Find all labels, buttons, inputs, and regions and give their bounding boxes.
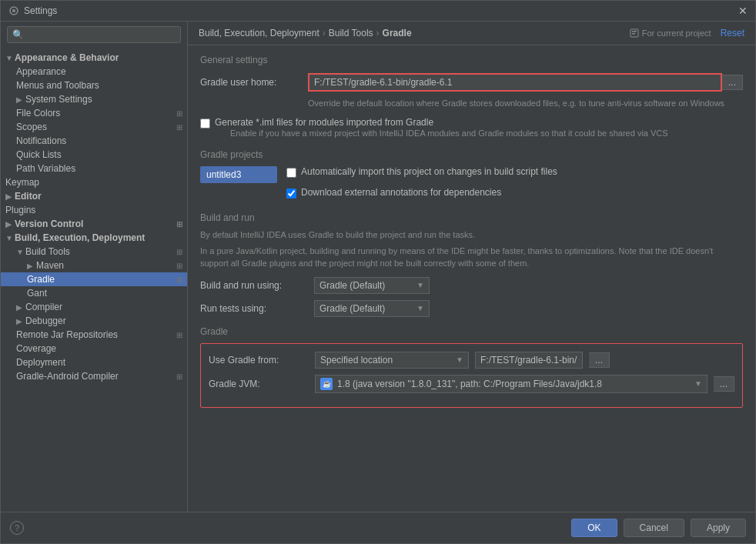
search-input[interactable] bbox=[7, 26, 181, 43]
project-item[interactable]: untitled3 bbox=[200, 166, 277, 183]
badge-icon: ⊞ bbox=[176, 123, 182, 132]
use-gradle-from-dropdown[interactable]: Specified location ▼ bbox=[315, 352, 469, 369]
arrow-icon bbox=[16, 317, 25, 325]
build-run-desc2: In a pure Java/Kotlin project, building … bbox=[200, 245, 743, 269]
projects-section: untitled3 Automatically import this proj… bbox=[200, 166, 743, 203]
cancel-button[interactable]: Cancel bbox=[624, 519, 684, 537]
breadcrumb-current: Gradle bbox=[383, 28, 412, 38]
panel-body: General settings Gradle user home: ... O… bbox=[188, 45, 755, 512]
arrow-icon bbox=[5, 234, 15, 242]
gradle-jvm-dropdown[interactable]: ☕ 1.8 (java version "1.8.0_131", path: C… bbox=[315, 375, 707, 393]
sidebar-item-menus-toolbars[interactable]: Menus and Toolbars bbox=[1, 78, 187, 92]
sidebar-item-gradle[interactable]: Gradle ⊞ bbox=[1, 272, 187, 286]
sidebar-item-notifications[interactable]: Notifications bbox=[1, 134, 187, 148]
use-gradle-from-label: Use Gradle from: bbox=[209, 355, 309, 365]
gradle-path-input[interactable] bbox=[475, 352, 583, 369]
apply-button[interactable]: Apply bbox=[691, 519, 746, 537]
close-button[interactable]: ✕ bbox=[738, 5, 748, 16]
settings-window-icon bbox=[8, 5, 19, 16]
download-annotations-checkbox[interactable] bbox=[286, 189, 296, 199]
auto-import-checkbox[interactable] bbox=[286, 168, 296, 178]
help-button[interactable]: ? bbox=[10, 521, 24, 535]
sidebar-item-label: Version Control bbox=[15, 219, 83, 229]
badge-icon: ⊞ bbox=[176, 109, 182, 118]
breadcrumb-part-1: Build, Execution, Deployment bbox=[199, 28, 319, 38]
sidebar-item-system-settings[interactable]: System Settings bbox=[1, 92, 187, 106]
run-tests-dropdown[interactable]: Gradle (Default) ▼ bbox=[314, 300, 430, 317]
sidebar-item-quick-lists[interactable]: Quick Lists bbox=[1, 148, 187, 162]
arrow-icon bbox=[5, 54, 15, 62]
breadcrumb-part-2: Build Tools bbox=[329, 28, 373, 38]
sidebar-item-maven[interactable]: Maven ⊞ bbox=[1, 259, 187, 272]
sidebar-item-label: Plugins bbox=[5, 205, 35, 215]
generate-iml-row: Generate *.iml files for modules importe… bbox=[200, 117, 743, 139]
browse-button[interactable]: ... bbox=[722, 75, 743, 90]
sidebar-item-gant[interactable]: Gant bbox=[1, 286, 187, 300]
badge-icon: ⊞ bbox=[176, 275, 182, 284]
sidebar-item-scopes[interactable]: Scopes ⊞ bbox=[1, 120, 187, 134]
badge-icon: ⊞ bbox=[176, 331, 182, 339]
sidebar-item-debugger[interactable]: Debugger bbox=[1, 314, 187, 328]
dropdown-arrow-icon: ▼ bbox=[416, 304, 424, 312]
sidebar-item-label: Editor bbox=[15, 191, 42, 202]
sidebar-item-appearance[interactable]: Appearance bbox=[1, 65, 187, 78]
sidebar-item-label: Maven bbox=[36, 260, 64, 271]
sidebar-item-label: Keymap bbox=[5, 177, 39, 188]
sidebar-item-build-execution-deployment[interactable]: Build, Execution, Deployment bbox=[1, 231, 187, 245]
settings-window: Settings ✕ Appearance & Behavior Appeara… bbox=[0, 0, 756, 544]
sidebar-item-coverage[interactable]: Coverage bbox=[1, 342, 187, 355]
sidebar-item-deployment[interactable]: Deployment bbox=[1, 355, 187, 369]
arrow-icon bbox=[16, 248, 25, 256]
title-bar: Settings ✕ bbox=[1, 1, 755, 22]
gradle-user-home-row: Gradle user home: ... bbox=[200, 73, 743, 92]
breadcrumb-right: For current project Reset bbox=[630, 28, 744, 38]
reset-button[interactable]: Reset bbox=[721, 28, 744, 38]
gradle-user-home-label: Gradle user home: bbox=[200, 77, 308, 88]
sidebar-item-remote-jar-repos[interactable]: Remote Jar Repositories ⊞ bbox=[1, 328, 187, 342]
main-panel: Build, Execution, Deployment › Build Too… bbox=[188, 22, 755, 512]
build-run-using-row: Build and run using: Gradle (Default) ▼ bbox=[200, 277, 743, 294]
gradle-user-home-input[interactable] bbox=[308, 73, 722, 92]
build-run-using-dropdown[interactable]: Gradle (Default) ▼ bbox=[314, 277, 430, 294]
gradle-path-browse-button[interactable]: ... bbox=[589, 352, 610, 368]
run-tests-value: Gradle (Default) bbox=[319, 303, 385, 314]
ok-button[interactable]: OK bbox=[571, 519, 617, 537]
sidebar-item-label: Gradle bbox=[27, 274, 55, 285]
sidebar-item-gradle-android-compiler[interactable]: Gradle-Android Compiler ⊞ bbox=[1, 369, 187, 383]
sidebar-item-label: Appearance bbox=[16, 66, 66, 77]
projects-options: Automatically import this project on cha… bbox=[286, 166, 743, 203]
run-tests-label: Run tests using: bbox=[200, 303, 308, 314]
sidebar-item-label: Gradle-Android Compiler bbox=[16, 371, 119, 382]
sidebar-item-compiler[interactable]: Compiler bbox=[1, 300, 187, 314]
generate-iml-checkbox[interactable] bbox=[200, 118, 210, 128]
gradle-user-home-help: Override the default location where Grad… bbox=[308, 98, 743, 109]
gradle-jvm-label: Gradle JVM: bbox=[209, 379, 309, 389]
sidebar-item-appearance-behavior[interactable]: Appearance & Behavior bbox=[1, 51, 187, 65]
sidebar-item-version-control[interactable]: Version Control ⊞ bbox=[1, 217, 187, 231]
sidebar-item-label: Appearance & Behavior bbox=[15, 52, 119, 63]
bottom-bar: ? OK Cancel Apply bbox=[1, 512, 755, 543]
sidebar-item-file-colors[interactable]: File Colors ⊞ bbox=[1, 106, 187, 120]
projects-list: untitled3 bbox=[200, 166, 277, 203]
svg-point-1 bbox=[12, 9, 15, 12]
gradle-jvm-browse-button[interactable]: ... bbox=[714, 376, 734, 392]
sidebar-item-path-variables[interactable]: Path Variables bbox=[1, 162, 187, 175]
sidebar-item-label: Debugger bbox=[25, 315, 66, 326]
sidebar-item-label: Deployment bbox=[16, 357, 65, 368]
generate-iml-label: Generate *.iml files for modules importe… bbox=[215, 117, 668, 128]
dropdown-arrow-icon: ▼ bbox=[456, 355, 463, 364]
badge-icon: ⊞ bbox=[176, 262, 182, 270]
run-tests-row: Run tests using: Gradle (Default) ▼ bbox=[200, 300, 743, 317]
gradle-box: Use Gradle from: Specified location ▼ ..… bbox=[200, 343, 743, 408]
sidebar-item-label: File Colors bbox=[16, 108, 60, 118]
sidebar-item-editor[interactable]: Editor bbox=[1, 189, 187, 203]
sidebar-item-keymap[interactable]: Keymap bbox=[1, 175, 187, 189]
svg-rect-3 bbox=[632, 31, 637, 32]
sidebar-item-plugins[interactable]: Plugins bbox=[1, 203, 187, 217]
use-gradle-from-row: Use Gradle from: Specified location ▼ ..… bbox=[209, 352, 734, 369]
build-run-section: Build and run By default IntelliJ IDEA u… bbox=[200, 212, 743, 317]
dropdown-arrow-icon: ▼ bbox=[416, 281, 424, 289]
sidebar-item-build-tools[interactable]: Build Tools ⊞ bbox=[1, 245, 187, 259]
jvm-icon: ☕ bbox=[320, 378, 333, 390]
sidebar-item-label: Coverage bbox=[16, 343, 56, 354]
